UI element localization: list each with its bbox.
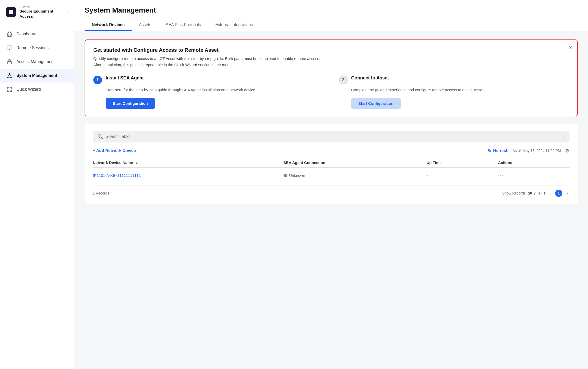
network-icon xyxy=(6,72,13,79)
step-2-description: Complete the guided experience and confi… xyxy=(351,87,569,93)
step-1: 1 Install SEA Agent Start here for the s… xyxy=(93,75,323,109)
search-icon: 🔍 xyxy=(97,134,103,139)
sidebar-item-system-management[interactable]: System Management xyxy=(0,69,74,83)
svg-line-8 xyxy=(8,74,9,77)
search-bar: 🔍 ⊿ xyxy=(93,131,570,142)
page-range: 1 - 1 xyxy=(538,191,545,195)
col-header-uptime: Up Time xyxy=(427,158,498,168)
col-header-connection: SEA Agent Connection xyxy=(283,158,427,168)
records-count: 1 Records xyxy=(93,191,109,195)
svg-rect-4 xyxy=(7,61,12,64)
refresh-icon: ↻ xyxy=(488,148,491,153)
sidebar-item-quick-wizard[interactable]: Quick Wizard xyxy=(0,83,74,96)
step-1-header: 1 Install SEA Agent xyxy=(93,75,323,84)
table-row: IR1101-A-K9+11111111111 Unknown - ··· xyxy=(93,168,570,183)
svg-rect-13 xyxy=(7,90,9,91)
service-label: Service xyxy=(19,5,63,9)
svg-line-9 xyxy=(9,74,11,77)
main-header: System Management Network Devices Assets… xyxy=(74,0,588,31)
tab-external-integrations[interactable]: External Integrations xyxy=(208,19,260,31)
svg-rect-11 xyxy=(7,87,9,89)
as-of-text: As of: May 18, 2024 11:09 PM xyxy=(513,149,561,153)
step-2-number: 2 xyxy=(339,76,348,84)
sidebar-item-dashboard[interactable]: Dashboard xyxy=(0,27,74,41)
step-1-title: Install SEA Agent xyxy=(106,75,144,81)
toolbar-right: ↻ Refresh As of: May 18, 2024 11:09 PM ⚙ xyxy=(488,148,570,154)
uptime-cell: - xyxy=(427,168,498,183)
main-body: × Get started with Configure Access to R… xyxy=(74,31,588,369)
add-network-device-button[interactable]: + Add Network Device xyxy=(93,148,136,153)
sidebar-item-label-quick-wizard: Quick Wizard xyxy=(16,87,41,92)
table-header: Network Device Name ▲ SEA Agent Connecti… xyxy=(93,158,570,168)
card-title: Get started with Configure Access to Rem… xyxy=(93,47,569,53)
sidebar-item-remote-sessions[interactable]: Remote Sessions xyxy=(0,41,74,55)
step-1-number: 1 xyxy=(93,76,102,84)
service-icon xyxy=(6,7,16,17)
show-records-label: Show Records: xyxy=(502,191,526,195)
actions-cell: ··· xyxy=(498,168,570,183)
card-description: Quickly configure remote access to an OT… xyxy=(93,56,324,68)
network-devices-table: Network Device Name ▲ SEA Agent Connecti… xyxy=(93,158,570,183)
sidebar: Service Secure Equipment Access › Dashbo… xyxy=(0,0,74,369)
tab-network-devices[interactable]: Network Devices xyxy=(85,19,132,31)
svg-rect-1 xyxy=(7,46,12,49)
connection-cell: Unknown xyxy=(283,168,427,183)
refresh-button[interactable]: ↻ Refresh xyxy=(488,148,509,153)
prev-page-button[interactable]: ‹ xyxy=(548,190,553,197)
sidebar-nav: Dashboard Remote Sessions Access Managem… xyxy=(0,24,74,369)
step-2-title: Connect to Asset xyxy=(351,75,389,81)
device-name-cell: IR1101-A-K9+11111111111 xyxy=(93,168,283,183)
step-2-header: 2 Connect to Asset xyxy=(339,75,569,84)
sidebar-item-label-remote-sessions: Remote Sessions xyxy=(16,46,48,50)
step-1-start-button[interactable]: Start Configuration xyxy=(106,98,155,109)
search-input[interactable] xyxy=(106,134,559,139)
show-records: Show Records: 10 ∨ xyxy=(502,191,536,195)
per-page-select[interactable]: 10 ∨ xyxy=(528,191,536,195)
settings-gear-button[interactable]: ⚙ xyxy=(565,148,570,154)
main-content: System Management Network Devices Assets… xyxy=(74,0,588,369)
table-body: IR1101-A-K9+11111111111 Unknown - ··· xyxy=(93,168,570,183)
service-chevron-icon: › xyxy=(66,9,68,15)
close-button[interactable]: × xyxy=(569,45,572,50)
tab-bar: Network Devices Assets SEA Plus Protocol… xyxy=(85,19,578,31)
filter-icon[interactable]: ⊿ xyxy=(561,134,565,139)
status-dot-icon xyxy=(283,174,287,177)
current-page-button[interactable]: 1 xyxy=(555,190,562,197)
sidebar-item-label-system-management: System Management xyxy=(16,73,57,78)
device-name-link[interactable]: IR1101-A-K9+11111111111 xyxy=(93,173,141,178)
service-text: Service Secure Equipment Access xyxy=(19,5,63,19)
col-header-name[interactable]: Network Device Name ▲ xyxy=(93,158,283,168)
getting-started-card: × Get started with Configure Access to R… xyxy=(85,39,578,116)
refresh-label: Refresh xyxy=(493,148,509,153)
table-section: 🔍 ⊿ + Add Network Device ↻ Refresh As of… xyxy=(85,124,578,204)
step-2: 2 Connect to Asset Complete the guided e… xyxy=(339,75,569,109)
connection-status-text: Unknown xyxy=(289,173,305,178)
card-steps: 1 Install SEA Agent Start here for the s… xyxy=(93,75,569,109)
col-header-actions: Actions xyxy=(498,158,570,168)
sidebar-item-label-access-management: Access Management xyxy=(16,59,55,64)
next-page-button[interactable]: › xyxy=(565,190,570,197)
grid-icon xyxy=(6,86,13,93)
tab-assets[interactable]: Assets xyxy=(132,19,158,31)
tab-sea-plus-protocols[interactable]: SEA Plus Protocols xyxy=(158,19,208,31)
lock-icon xyxy=(6,58,13,65)
sidebar-item-label-dashboard: Dashboard xyxy=(16,32,36,36)
step-2-start-button[interactable]: Start Configuration xyxy=(351,98,401,109)
status-unknown: Unknown xyxy=(283,173,427,178)
step-1-description: Start here for the step-by-step guide th… xyxy=(106,87,323,93)
chevron-down-icon: ∨ xyxy=(533,191,536,195)
table-footer: 1 Records Show Records: 10 ∨ 1 - 1 ‹ 1 › xyxy=(93,185,570,197)
svg-rect-12 xyxy=(10,87,12,89)
table-toolbar: + Add Network Device ↻ Refresh As of: Ma… xyxy=(93,148,570,154)
service-name: Secure Equipment Access xyxy=(19,9,63,19)
row-actions-button[interactable]: ··· xyxy=(498,172,504,178)
svg-rect-14 xyxy=(10,90,12,91)
page-title: System Management xyxy=(85,6,578,14)
per-page-value: 10 xyxy=(528,191,532,195)
sidebar-item-access-management[interactable]: Access Management xyxy=(0,55,74,69)
sort-icon: ▲ xyxy=(135,161,138,165)
monitor-icon xyxy=(6,45,13,51)
home-icon xyxy=(6,31,13,37)
service-selector[interactable]: Service Secure Equipment Access › xyxy=(0,0,74,24)
pagination: Show Records: 10 ∨ 1 - 1 ‹ 1 › xyxy=(502,190,570,197)
